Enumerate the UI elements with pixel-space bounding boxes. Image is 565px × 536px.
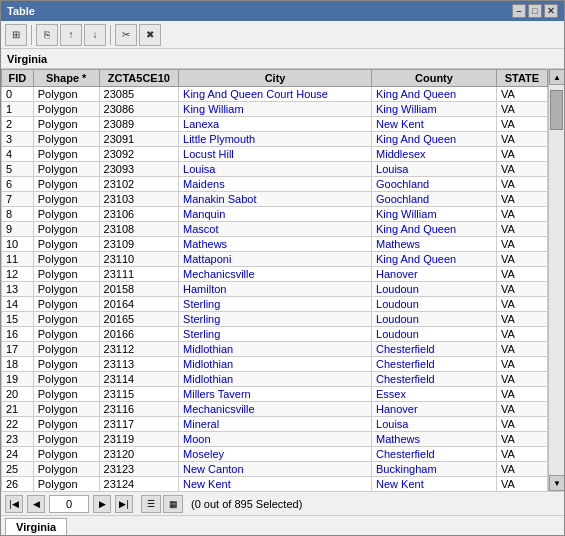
window-title: Table [7,5,35,17]
cell-fid: 9 [2,222,34,237]
table-row[interactable]: 4 Polygon 23092 Locust Hill Middlesex VA [2,147,548,162]
virginia-tab[interactable]: Virginia [5,518,67,535]
nav-first-btn[interactable]: |◀ [5,495,23,513]
table-row[interactable]: 1 Polygon 23086 King William King Willia… [2,102,548,117]
cell-fid: 25 [2,462,34,477]
table-scroll-area[interactable]: FID Shape * ZCTA5CE10 City County STATE … [1,69,548,491]
cell-zcta: 23093 [99,162,178,177]
cell-state: VA [496,282,547,297]
close-button[interactable]: ✕ [544,4,558,18]
cell-state: VA [496,267,547,282]
cell-fid: 18 [2,357,34,372]
toolbar-table-btn[interactable]: ⊞ [5,24,27,46]
table-row[interactable]: 23 Polygon 23119 Moon Mathews VA [2,432,548,447]
cell-shape: Polygon [33,402,99,417]
cell-city: Mattaponi [179,252,372,267]
cell-state: VA [496,237,547,252]
cell-county: Loudoun [372,327,497,342]
scroll-up-btn[interactable]: ▲ [549,69,564,85]
col-header-county[interactable]: County [372,70,497,87]
cell-state: VA [496,117,547,132]
cell-state: VA [496,462,547,477]
table-row[interactable]: 22 Polygon 23117 Mineral Louisa VA [2,417,548,432]
cell-fid: 2 [2,117,34,132]
cell-zcta: 20158 [99,282,178,297]
col-header-zcta[interactable]: ZCTA5CE10 [99,70,178,87]
scroll-thumb[interactable] [550,90,563,130]
cell-state: VA [496,372,547,387]
cell-fid: 8 [2,207,34,222]
cell-city: New Kent [179,477,372,492]
show-selected-btn[interactable]: ▦ [163,495,183,513]
col-header-shape[interactable]: Shape * [33,70,99,87]
vertical-scrollbar[interactable]: ▲ ▼ [548,69,564,491]
nav-prev-btn[interactable]: ◀ [27,495,45,513]
toolbar-copy-btn[interactable]: ⎘ [36,24,58,46]
cell-city: Sterling [179,297,372,312]
cell-shape: Polygon [33,372,99,387]
table-row[interactable]: 9 Polygon 23108 Mascot King And Queen VA [2,222,548,237]
table-row[interactable]: 25 Polygon 23123 New Canton Buckingham V… [2,462,548,477]
table-row[interactable]: 14 Polygon 20164 Sterling Loudoun VA [2,297,548,312]
cell-shape: Polygon [33,132,99,147]
cell-state: VA [496,402,547,417]
cell-county: Chesterfield [372,357,497,372]
minimize-button[interactable]: – [512,4,526,18]
cell-state: VA [496,477,547,492]
cell-state: VA [496,177,547,192]
table-row[interactable]: 3 Polygon 23091 Little Plymouth King And… [2,132,548,147]
table-row[interactable]: 10 Polygon 23109 Mathews Mathews VA [2,237,548,252]
nav-next-btn[interactable]: ▶ [93,495,111,513]
nav-last-btn[interactable]: ▶| [115,495,133,513]
cell-city: Manquin [179,207,372,222]
cell-zcta: 23092 [99,147,178,162]
table-row[interactable]: 7 Polygon 23103 Manakin Sabot Goochland … [2,192,548,207]
maximize-button[interactable]: □ [528,4,542,18]
cell-shape: Polygon [33,147,99,162]
cell-city: Sterling [179,312,372,327]
col-header-fid[interactable]: FID [2,70,34,87]
table-row[interactable]: 16 Polygon 20166 Sterling Loudoun VA [2,327,548,342]
table-row[interactable]: 26 Polygon 23124 New Kent New Kent VA [2,477,548,492]
col-header-city[interactable]: City [179,70,372,87]
table-row[interactable]: 21 Polygon 23116 Mechanicsville Hanover … [2,402,548,417]
toolbar-import-btn[interactable]: ↓ [84,24,106,46]
table-row[interactable]: 19 Polygon 23114 Midlothian Chesterfield… [2,372,548,387]
table-row[interactable]: 5 Polygon 23093 Louisa Louisa VA [2,162,548,177]
table-row[interactable]: 20 Polygon 23115 Millers Tavern Essex VA [2,387,548,402]
cell-city: Manakin Sabot [179,192,372,207]
table-row[interactable]: 24 Polygon 23120 Moseley Chesterfield VA [2,447,548,462]
table-row[interactable]: 0 Polygon 23085 King And Queen Court Hou… [2,87,548,102]
cell-fid: 13 [2,282,34,297]
toolbar-scissors-btn[interactable]: ✂ [115,24,137,46]
cell-county: Chesterfield [372,372,497,387]
cell-city: Mechanicsville [179,402,372,417]
toolbar-export-btn[interactable]: ↑ [60,24,82,46]
show-all-btn[interactable]: ☰ [141,495,161,513]
table-row[interactable]: 2 Polygon 23089 Lanexa New Kent VA [2,117,548,132]
cell-county: King And Queen [372,87,497,102]
record-number-input[interactable] [49,495,89,513]
cell-shape: Polygon [33,282,99,297]
toolbar-delete-btn[interactable]: ✖ [139,24,161,46]
table-row[interactable]: 18 Polygon 23113 Midlothian Chesterfield… [2,357,548,372]
selection-status: (0 out of 895 Selected) [191,498,302,510]
table-row[interactable]: 6 Polygon 23102 Maidens Goochland VA [2,177,548,192]
scroll-track[interactable] [549,85,564,475]
toolbar-sep-1 [31,25,32,45]
cell-county: Essex [372,387,497,402]
tab-bar: Virginia [1,515,564,535]
table-row[interactable]: 17 Polygon 23112 Midlothian Chesterfield… [2,342,548,357]
table-row[interactable]: 15 Polygon 20165 Sterling Loudoun VA [2,312,548,327]
table-row[interactable]: 12 Polygon 23111 Mechanicsville Hanover … [2,267,548,282]
col-header-state[interactable]: STATE [496,70,547,87]
table-row[interactable]: 8 Polygon 23106 Manquin King William VA [2,207,548,222]
scroll-down-btn[interactable]: ▼ [549,475,564,491]
cell-state: VA [496,222,547,237]
cell-fid: 0 [2,87,34,102]
cell-state: VA [496,252,547,267]
cell-county: Mathews [372,432,497,447]
table-row[interactable]: 13 Polygon 20158 Hamilton Loudoun VA [2,282,548,297]
cell-county: King William [372,102,497,117]
table-row[interactable]: 11 Polygon 23110 Mattaponi King And Quee… [2,252,548,267]
